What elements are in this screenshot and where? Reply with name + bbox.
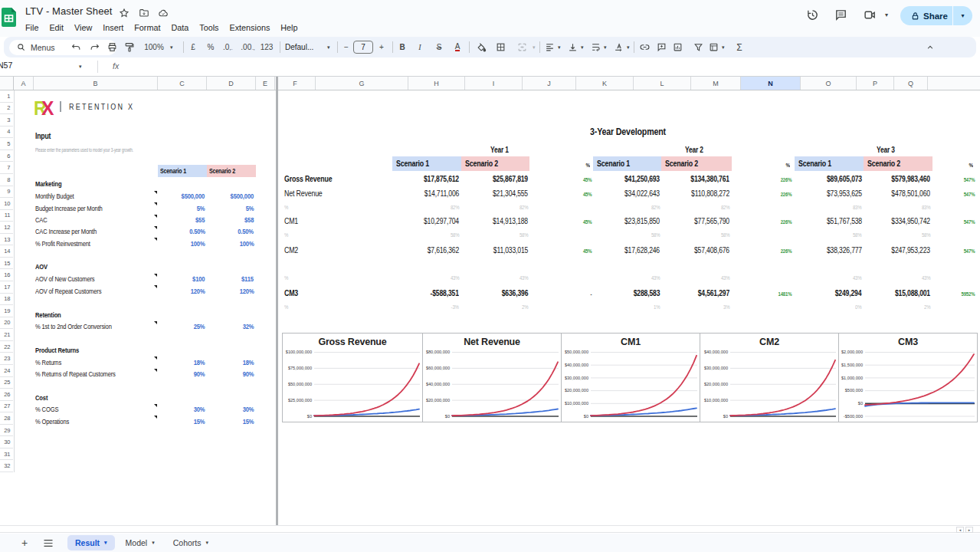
decrease-decimals-button[interactable]: .0← (220, 37, 237, 58)
font-size-input[interactable]: 7 (353, 41, 373, 54)
merge-cells-icon[interactable] (513, 37, 530, 58)
filter-views-icon[interactable] (705, 37, 722, 58)
share-caret-icon[interactable]: ▾ (953, 12, 972, 19)
input-value-s2[interactable]: 0.50% (238, 228, 254, 235)
column-header-D[interactable]: D (207, 77, 256, 90)
row-header-8[interactable]: 8 (0, 174, 13, 186)
borders-icon[interactable] (492, 37, 509, 58)
tab-model[interactable]: Model▾ (118, 535, 162, 550)
menu-edit[interactable]: Edit (44, 21, 69, 34)
horizontal-scrollbar[interactable]: ◂ ▸ (0, 525, 980, 533)
row-header-6[interactable]: 6 (0, 150, 13, 163)
strikethrough-button[interactable]: S (431, 37, 447, 58)
row-header-7[interactable]: 7 (0, 162, 13, 174)
frozen-columns-divider[interactable] (276, 77, 278, 525)
tab-caret-icon[interactable]: ▾ (206, 540, 209, 546)
text-wrap-icon[interactable] (587, 37, 604, 58)
merge-cells-icon-caret[interactable]: ▾ (533, 44, 536, 51)
functions-button[interactable]: Σ (731, 37, 748, 58)
horizontal-align-icon[interactable] (541, 37, 558, 58)
currency-format-button[interactable]: £ (185, 37, 202, 58)
row-header-18[interactable]: 18 (0, 294, 13, 306)
input-value-s1[interactable]: 120% (191, 288, 205, 295)
column-header-J[interactable]: J (523, 77, 576, 90)
input-value-s2[interactable]: 5% (245, 205, 254, 212)
insert-link-icon[interactable] (636, 37, 653, 58)
zoom-select[interactable]: 100% (141, 37, 167, 58)
horizontal-align-icon-caret[interactable]: ▾ (558, 44, 561, 51)
tab-result[interactable]: Result▾ (67, 535, 115, 550)
row-header-4[interactable]: 4 (0, 127, 13, 139)
cell-name-box[interactable]: N57 (0, 61, 74, 70)
text-rotation-icon-caret[interactable]: ▾ (627, 44, 630, 51)
insert-comment-icon[interactable] (653, 37, 670, 58)
sheets-logo-icon[interactable] (2, 8, 16, 27)
input-value-s1[interactable]: 30% (194, 406, 205, 413)
input-value-s1[interactable]: $500,000 (182, 192, 205, 200)
cloud-status-icon[interactable] (158, 8, 169, 18)
tab-cohorts[interactable]: Cohorts▾ (166, 535, 216, 550)
column-header-I[interactable]: I (465, 77, 523, 90)
input-value-s1[interactable]: 5% (197, 205, 205, 212)
input-value-s2[interactable]: $58 (244, 216, 254, 224)
italic-button[interactable]: I (411, 37, 428, 58)
increase-decimals-button[interactable]: .00→ (240, 37, 257, 58)
menu-extensions[interactable]: Extensions (224, 21, 275, 34)
all-sheets-icon[interactable] (43, 539, 54, 547)
comments-icon[interactable] (834, 8, 847, 21)
share-button[interactable]: Share ▾ (900, 6, 972, 25)
filter-icon[interactable] (690, 37, 706, 58)
star-icon[interactable] (119, 8, 129, 18)
input-value-s2[interactable]: 100% (239, 240, 254, 248)
select-all-corner[interactable] (0, 77, 14, 90)
row-header-3[interactable]: 3 (0, 114, 13, 127)
row-header-28[interactable]: 28 (0, 412, 13, 425)
row-header-32[interactable]: 32 (0, 460, 13, 472)
row-header-11[interactable]: 11 (0, 210, 13, 222)
input-value-s2[interactable]: 30% (242, 406, 254, 413)
share-main[interactable]: Share (900, 12, 952, 21)
menu-help[interactable]: Help (275, 21, 303, 34)
row-header-14[interactable]: 14 (0, 245, 13, 258)
column-header-Q[interactable]: Q (894, 77, 928, 90)
row-header-23[interactable]: 23 (0, 353, 13, 365)
column-header-N[interactable]: N (741, 77, 801, 90)
row-header-21[interactable]: 21 (0, 329, 13, 341)
increase-font-size-button[interactable]: + (373, 37, 390, 58)
row-header-15[interactable]: 15 (0, 258, 13, 270)
row-header-10[interactable]: 10 (0, 198, 13, 210)
scroll-right-icon[interactable]: ▸ (965, 527, 973, 533)
row-header-30[interactable]: 30 (0, 436, 13, 449)
paint-format-icon[interactable] (120, 37, 137, 58)
decrease-font-size-button[interactable]: − (338, 37, 355, 58)
column-header-M[interactable]: M (691, 77, 741, 90)
input-value-s1[interactable]: $100 (192, 275, 205, 283)
vertical-align-icon-caret[interactable]: ▾ (581, 44, 584, 51)
column-header-K[interactable]: K (576, 77, 634, 90)
row-header-29[interactable]: 29 (0, 425, 13, 437)
row-header-20[interactable]: 20 (0, 317, 13, 330)
column-header-F[interactable]: F (275, 77, 316, 90)
version-history-icon[interactable] (806, 8, 819, 21)
input-value-s1[interactable]: 25% (194, 323, 205, 330)
row-header-31[interactable]: 31 (0, 449, 13, 461)
row-header-17[interactable]: 17 (0, 281, 13, 294)
input-value-s2[interactable]: $115 (241, 275, 254, 283)
font-name-select-caret[interactable]: ▾ (327, 44, 330, 51)
input-value-s1[interactable]: 90% (194, 370, 205, 378)
bold-button[interactable]: B (394, 37, 411, 58)
undo-icon[interactable] (67, 37, 84, 58)
menu-file[interactable]: File (20, 21, 44, 34)
row-header-5[interactable]: 5 (0, 138, 13, 150)
input-value-s2[interactable]: 15% (242, 418, 254, 426)
row-header-24[interactable]: 24 (0, 365, 13, 377)
row-header-19[interactable]: 19 (0, 305, 13, 317)
input-value-s2[interactable]: 90% (242, 370, 254, 378)
vertical-align-icon[interactable] (564, 37, 581, 58)
text-wrap-icon-caret[interactable]: ▾ (604, 44, 607, 51)
filter-views-icon-caret[interactable]: ▾ (722, 44, 725, 51)
row-header-1[interactable]: 1 (0, 90, 13, 103)
text-rotation-icon[interactable] (610, 37, 627, 58)
input-value-s2[interactable]: 18% (242, 359, 254, 366)
input-value-s1[interactable]: 100% (191, 240, 205, 248)
